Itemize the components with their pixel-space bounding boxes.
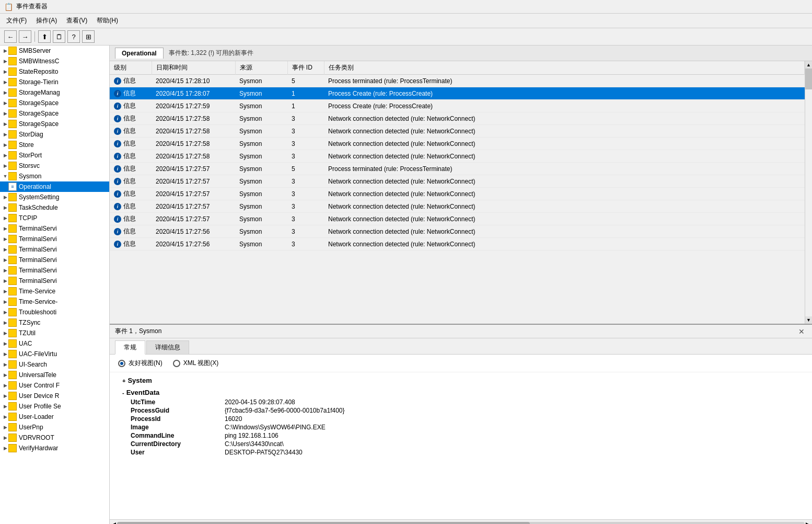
column-header-1[interactable]: 日期和时间 xyxy=(152,61,235,75)
sidebar-item-store[interactable]: ▶Store xyxy=(0,140,109,150)
menu-item-file[interactable]: 文件(F) xyxy=(2,15,31,27)
toolbar-button-show-hide[interactable]: 🗒 xyxy=(53,30,65,43)
table-row[interactable]: i信息2020/4/15 17:27:56Sysmon3Network conn… xyxy=(110,238,805,250)
table-row[interactable]: i信息2020/4/15 17:27:59Sysmon1Process Crea… xyxy=(110,100,805,112)
level-text: 信息 xyxy=(123,214,136,223)
toolbar-button-back[interactable]: ← xyxy=(4,30,17,43)
field-value-currentdirectory: C:\Users\34430\ncat\ xyxy=(225,440,799,448)
vertical-scrollbar[interactable]: ▲ ▼ xyxy=(805,61,812,324)
cell-datetime: 2020/4/15 17:27:57 xyxy=(152,213,235,225)
table-row[interactable]: i信息2020/4/15 17:27:57Sysmon3Network conn… xyxy=(110,213,805,225)
scrollbar-thumb[interactable] xyxy=(805,69,812,89)
cell-datetime: 2020/4/15 17:27:58 xyxy=(152,150,235,163)
sidebar-item-uac[interactable]: ▶UAC xyxy=(0,338,109,349)
sidebar-item-verifyhardwar[interactable]: ▶VerifyHardwar xyxy=(0,443,109,453)
toolbar-button-up[interactable]: ⬆ xyxy=(38,30,51,43)
menu-item-help[interactable]: 帮助(H) xyxy=(92,15,122,27)
sidebar-item-storage-tierin[interactable]: ▶Storage-Tierin xyxy=(0,77,109,87)
sidebar-item-storsvc[interactable]: ▶Storsvc xyxy=(0,161,109,171)
sidebar-item-tzutil[interactable]: ▶TZUtil xyxy=(0,328,109,338)
sidebar-item-terminalservi2[interactable]: ▶TerminalServi xyxy=(0,234,109,244)
scrollbar-track-horizontal[interactable] xyxy=(117,522,805,525)
toolbar-button-forward[interactable]: → xyxy=(19,30,31,43)
folder-icon-smbserver xyxy=(8,47,17,55)
view-option-friendly[interactable]: 友好视图(N) xyxy=(118,359,163,368)
detail-tab-general[interactable]: 常规 xyxy=(115,340,145,355)
column-header-4[interactable]: 任务类别 xyxy=(324,61,805,75)
sidebar-item-time-service2[interactable]: ▶Time-Service- xyxy=(0,297,109,307)
column-header-2[interactable]: 来源 xyxy=(235,61,287,75)
event-table-wrapper[interactable]: 级别日期和时间来源事件 ID任务类别 i信息2020/4/15 17:28:10… xyxy=(110,61,805,324)
column-header-3[interactable]: 事件 ID xyxy=(287,61,324,75)
cell-eventid: 5 xyxy=(287,163,324,175)
sidebar-item-tcpip[interactable]: ▶TCPIP xyxy=(0,213,109,223)
sidebar-arrow-tcpip: ▶ xyxy=(2,215,8,221)
sidebar-item-smbwitnessc[interactable]: ▶SMBWitnessC xyxy=(0,56,109,66)
table-row[interactable]: i信息2020/4/15 17:28:07Sysmon1Process Crea… xyxy=(110,87,805,100)
sidebar-item-ui-search[interactable]: ▶UI-Search xyxy=(0,359,109,370)
sidebar-item-troubleshooti[interactable]: ▶Troubleshooti xyxy=(0,307,109,317)
sidebar-item-terminalservi3[interactable]: ▶TerminalServi xyxy=(0,244,109,255)
sidebar-item-sysmon[interactable]: ▼Sysmon xyxy=(0,171,109,181)
table-row[interactable]: i信息2020/4/15 17:28:10Sysmon5Process term… xyxy=(110,75,805,87)
sidebar-item-user-device-r[interactable]: ▶User Device R xyxy=(0,391,109,401)
sidebar-item-terminalservi4[interactable]: ▶TerminalServi xyxy=(0,255,109,265)
table-row[interactable]: i信息2020/4/15 17:27:58Sysmon3Network conn… xyxy=(110,112,805,125)
menu-item-action[interactable]: 操作(A) xyxy=(32,15,61,27)
sidebar-item-storagespace1[interactable]: ▶StorageSpace xyxy=(0,98,109,108)
sidebar-item-user-loader[interactable]: ▶User-Loader xyxy=(0,412,109,422)
table-row[interactable]: i信息2020/4/15 17:27:58Sysmon3Network conn… xyxy=(110,125,805,138)
table-row[interactable]: i信息2020/4/15 17:27:57Sysmon5Process term… xyxy=(110,163,805,175)
sidebar-item-terminalservi6[interactable]: ▶TerminalServi xyxy=(0,276,109,286)
table-row[interactable]: i信息2020/4/15 17:27:58Sysmon3Network conn… xyxy=(110,150,805,163)
sidebar-item-vdrvroot[interactable]: ▶VDRVROOT xyxy=(0,432,109,443)
toolbar-button-help[interactable]: ? xyxy=(67,30,80,43)
sidebar-item-operational[interactable]: ≡Operational xyxy=(0,181,109,192)
sidebar-item-storagemanag[interactable]: ▶StorageManag xyxy=(0,87,109,98)
table-row[interactable]: i信息2020/4/15 17:27:57Sysmon3Network conn… xyxy=(110,175,805,188)
sidebar-item-userpnp[interactable]: ▶UserPnp xyxy=(0,422,109,432)
sidebar-item-tzsync[interactable]: ▶TZSync xyxy=(0,317,109,328)
sidebar-label-user-device-r: User Device R xyxy=(19,392,59,400)
expand-icon-system[interactable]: + xyxy=(122,378,125,384)
sidebar-item-storagespace3[interactable]: ▶StorageSpace xyxy=(0,119,109,129)
scroll-left-arrow[interactable]: ◄ xyxy=(112,521,117,524)
sidebar-item-storport[interactable]: ▶StorPort xyxy=(0,150,109,161)
sidebar-item-user-profile-se[interactable]: ▶User Profile Se xyxy=(0,401,109,412)
sidebar-item-stordiag[interactable]: ▶StorDiag xyxy=(0,129,109,140)
detail-tab-detail[interactable]: 详细信息 xyxy=(146,340,189,354)
sidebar-item-staterepositо[interactable]: ▶StateReposito xyxy=(0,66,109,77)
sidebar-item-terminalservi1[interactable]: ▶TerminalServi xyxy=(0,223,109,234)
cell-eventid: 3 xyxy=(287,200,324,213)
sidebar-item-taskschedule[interactable]: ▶TaskSchedule xyxy=(0,202,109,213)
toolbar-button-new-window[interactable]: ⊞ xyxy=(82,30,95,43)
sidebar-label-terminalservi3: TerminalServi xyxy=(19,246,57,253)
table-row[interactable]: i信息2020/4/15 17:27:57Sysmon3Network conn… xyxy=(110,188,805,200)
section-header-eventdata[interactable]: - EventData xyxy=(122,389,799,396)
detail-close-button[interactable]: ✕ xyxy=(796,327,807,336)
view-option-xml[interactable]: XML 视图(X) xyxy=(173,359,219,368)
sidebar-item-uac-filevirtu[interactable]: ▶UAC-FileVirtu xyxy=(0,349,109,359)
scrollbar-thumb-horizontal[interactable] xyxy=(117,522,530,525)
scroll-right-arrow[interactable]: ► xyxy=(805,521,810,524)
sidebar-item-time-service1[interactable]: ▶Time-Service xyxy=(0,286,109,297)
sidebar-item-smbserver[interactable]: ▶SMBServer xyxy=(0,45,109,56)
table-row[interactable]: i信息2020/4/15 17:27:57Sysmon3Network conn… xyxy=(110,200,805,213)
scrollbar-track[interactable] xyxy=(805,69,812,316)
sidebar-item-universaltele[interactable]: ▶UniversalTele xyxy=(0,370,109,380)
sidebar-item-systemsetting[interactable]: ▶SystemSetting xyxy=(0,192,109,202)
section-header-system[interactable]: + System xyxy=(122,377,799,384)
scrollbar-up-button[interactable]: ▲ xyxy=(805,61,812,69)
cell-source: Sysmon xyxy=(235,200,287,213)
sidebar-item-terminalservi5[interactable]: ▶TerminalServi xyxy=(0,265,109,276)
folder-icon-storport xyxy=(8,151,17,160)
menu-item-view[interactable]: 查看(V) xyxy=(62,15,91,27)
table-row[interactable]: i信息2020/4/15 17:27:58Sysmon3Network conn… xyxy=(110,138,805,150)
expand-icon-eventdata[interactable]: - xyxy=(122,390,124,396)
column-header-0[interactable]: 级别 xyxy=(110,61,152,75)
table-row[interactable]: i信息2020/4/15 17:27:56Sysmon3Network conn… xyxy=(110,225,805,238)
operational-tab[interactable]: Operational xyxy=(115,48,164,59)
sidebar-item-user-control-f[interactable]: ▶User Control F xyxy=(0,380,109,391)
sidebar-item-storagespace2[interactable]: ▶StorageSpace xyxy=(0,108,109,119)
scrollbar-down-button[interactable]: ▼ xyxy=(805,316,812,324)
